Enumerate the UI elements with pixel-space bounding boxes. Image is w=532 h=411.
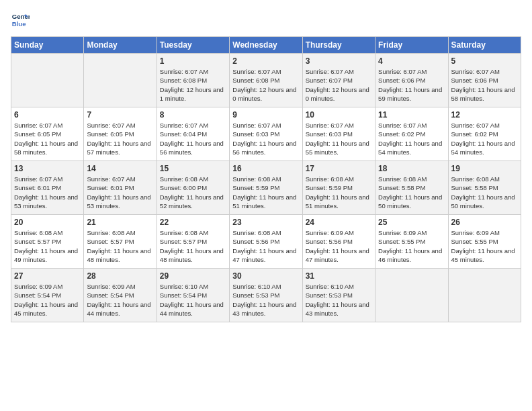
day-info: Sunrise: 6:07 AM Sunset: 6:05 PM Dayligh… [14, 121, 81, 156]
day-info: Sunrise: 6:08 AM Sunset: 5:58 PM Dayligh… [378, 175, 445, 210]
day-number: 18 [378, 164, 445, 173]
day-number: 17 [306, 164, 372, 173]
day-number: 7 [87, 110, 153, 120]
day-info: Sunrise: 6:10 AM Sunset: 5:53 PM Dayligh… [306, 282, 372, 318]
day-info: Sunrise: 6:07 AM Sunset: 6:03 PM Dayligh… [232, 121, 299, 156]
day-info: Sunrise: 6:08 AM Sunset: 5:58 PM Dayligh… [451, 175, 518, 210]
day-info: Sunrise: 6:07 AM Sunset: 6:08 PM Dayligh… [232, 67, 299, 103]
logo: General Blue [11, 11, 32, 30]
calendar-cell: 24Sunrise: 6:09 AM Sunset: 5:56 PM Dayli… [302, 215, 375, 269]
day-info: Sunrise: 6:07 AM Sunset: 6:03 PM Dayligh… [306, 121, 372, 156]
day-number: 14 [87, 164, 153, 173]
day-info: Sunrise: 6:09 AM Sunset: 5:55 PM Dayligh… [378, 228, 445, 264]
day-number: 20 [14, 218, 81, 227]
day-number: 1 [160, 56, 226, 66]
day-info: Sunrise: 6:09 AM Sunset: 5:54 PM Dayligh… [14, 282, 81, 318]
day-info: Sunrise: 6:07 AM Sunset: 6:06 PM Dayligh… [451, 67, 518, 103]
day-info: Sunrise: 6:07 AM Sunset: 6:02 PM Dayligh… [451, 121, 518, 156]
day-number: 13 [14, 164, 81, 173]
calendar-cell: 22Sunrise: 6:08 AM Sunset: 5:57 PM Dayli… [157, 215, 229, 269]
calendar-cell: 10Sunrise: 6:07 AM Sunset: 6:03 PM Dayli… [302, 107, 375, 161]
calendar-cell [448, 269, 521, 322]
day-info: Sunrise: 6:08 AM Sunset: 6:00 PM Dayligh… [160, 175, 226, 210]
calendar-cell: 5Sunrise: 6:07 AM Sunset: 6:06 PM Daylig… [448, 54, 521, 107]
calendar-cell: 30Sunrise: 6:10 AM Sunset: 5:53 PM Dayli… [230, 269, 302, 322]
logo-icon: General Blue [11, 11, 30, 30]
calendar-cell: 18Sunrise: 6:08 AM Sunset: 5:58 PM Dayli… [375, 161, 448, 215]
calendar-cell: 19Sunrise: 6:08 AM Sunset: 5:58 PM Dayli… [448, 161, 521, 215]
calendar-cell: 6Sunrise: 6:07 AM Sunset: 6:05 PM Daylig… [11, 107, 84, 161]
calendar-cell: 16Sunrise: 6:08 AM Sunset: 5:59 PM Dayli… [230, 161, 302, 215]
day-info: Sunrise: 6:08 AM Sunset: 5:59 PM Dayligh… [306, 175, 372, 210]
calendar-cell: 7Sunrise: 6:07 AM Sunset: 6:05 PM Daylig… [84, 107, 157, 161]
day-info: Sunrise: 6:08 AM Sunset: 5:57 PM Dayligh… [14, 228, 81, 264]
calendar-cell: 14Sunrise: 6:07 AM Sunset: 6:01 PM Dayli… [84, 161, 157, 215]
day-number: 28 [87, 271, 153, 281]
day-number: 21 [87, 218, 153, 227]
day-info: Sunrise: 6:08 AM Sunset: 5:59 PM Dayligh… [232, 175, 299, 210]
day-info: Sunrise: 6:07 AM Sunset: 6:04 PM Dayligh… [160, 121, 226, 156]
calendar-cell: 1Sunrise: 6:07 AM Sunset: 6:08 PM Daylig… [157, 54, 229, 107]
day-number: 10 [306, 110, 372, 120]
day-info: Sunrise: 6:07 AM Sunset: 6:05 PM Dayligh… [87, 121, 153, 156]
calendar-cell: 17Sunrise: 6:08 AM Sunset: 5:59 PM Dayli… [302, 161, 375, 215]
calendar-cell: 15Sunrise: 6:08 AM Sunset: 6:00 PM Dayli… [157, 161, 229, 215]
calendar-cell: 28Sunrise: 6:09 AM Sunset: 5:54 PM Dayli… [84, 269, 157, 322]
calendar-cell: 3Sunrise: 6:07 AM Sunset: 6:07 PM Daylig… [302, 54, 375, 107]
day-number: 3 [306, 56, 372, 66]
calendar-cell: 27Sunrise: 6:09 AM Sunset: 5:54 PM Dayli… [11, 269, 84, 322]
weekday-header: Saturday [448, 37, 521, 54]
day-number: 24 [306, 218, 372, 227]
day-number: 25 [378, 218, 445, 227]
day-number: 11 [378, 110, 445, 120]
day-info: Sunrise: 6:07 AM Sunset: 6:08 PM Dayligh… [160, 67, 226, 103]
day-number: 15 [160, 164, 226, 173]
day-info: Sunrise: 6:08 AM Sunset: 5:57 PM Dayligh… [87, 228, 153, 264]
day-number: 9 [232, 110, 299, 120]
calendar-cell: 20Sunrise: 6:08 AM Sunset: 5:57 PM Dayli… [11, 215, 84, 269]
calendar-week-row: 20Sunrise: 6:08 AM Sunset: 5:57 PM Dayli… [11, 215, 521, 269]
day-number: 23 [232, 218, 299, 227]
day-number: 31 [306, 271, 372, 281]
weekday-header: Tuesday [157, 37, 229, 54]
calendar-cell: 29Sunrise: 6:10 AM Sunset: 5:54 PM Dayli… [157, 269, 229, 322]
weekday-header: Sunday [11, 37, 84, 54]
calendar-cell: 12Sunrise: 6:07 AM Sunset: 6:02 PM Dayli… [448, 107, 521, 161]
calendar-cell: 25Sunrise: 6:09 AM Sunset: 5:55 PM Dayli… [375, 215, 448, 269]
page-header: General Blue [11, 11, 521, 30]
day-number: 16 [232, 164, 299, 173]
calendar-cell: 31Sunrise: 6:10 AM Sunset: 5:53 PM Dayli… [302, 269, 375, 322]
weekday-header: Thursday [302, 37, 375, 54]
calendar-cell: 9Sunrise: 6:07 AM Sunset: 6:03 PM Daylig… [230, 107, 302, 161]
day-number: 19 [451, 164, 518, 173]
weekday-header: Monday [84, 37, 157, 54]
day-info: Sunrise: 6:10 AM Sunset: 5:53 PM Dayligh… [232, 282, 299, 318]
calendar-header: SundayMondayTuesdayWednesdayThursdayFrid… [11, 37, 521, 54]
weekday-header: Wednesday [230, 37, 302, 54]
day-number: 27 [14, 271, 81, 281]
calendar-week-row: 1Sunrise: 6:07 AM Sunset: 6:08 PM Daylig… [11, 54, 521, 107]
day-number: 5 [451, 56, 518, 66]
calendar-week-row: 27Sunrise: 6:09 AM Sunset: 5:54 PM Dayli… [11, 269, 521, 322]
day-number: 8 [160, 110, 226, 120]
calendar-cell: 8Sunrise: 6:07 AM Sunset: 6:04 PM Daylig… [157, 107, 229, 161]
day-number: 2 [232, 56, 299, 66]
calendar-cell: 11Sunrise: 6:07 AM Sunset: 6:02 PM Dayli… [375, 107, 448, 161]
day-number: 26 [451, 218, 518, 227]
day-info: Sunrise: 6:07 AM Sunset: 6:01 PM Dayligh… [87, 175, 153, 210]
day-info: Sunrise: 6:07 AM Sunset: 6:02 PM Dayligh… [378, 121, 445, 156]
calendar-cell: 4Sunrise: 6:07 AM Sunset: 6:06 PM Daylig… [375, 54, 448, 107]
day-info: Sunrise: 6:09 AM Sunset: 5:56 PM Dayligh… [306, 228, 372, 264]
day-info: Sunrise: 6:07 AM Sunset: 6:06 PM Dayligh… [378, 67, 445, 103]
calendar-week-row: 13Sunrise: 6:07 AM Sunset: 6:01 PM Dayli… [11, 161, 521, 215]
day-info: Sunrise: 6:08 AM Sunset: 5:57 PM Dayligh… [160, 228, 226, 264]
weekday-header: Friday [375, 37, 448, 54]
day-number: 4 [378, 56, 445, 66]
day-info: Sunrise: 6:09 AM Sunset: 5:54 PM Dayligh… [87, 282, 153, 318]
calendar-cell: 23Sunrise: 6:08 AM Sunset: 5:56 PM Dayli… [230, 215, 302, 269]
day-info: Sunrise: 6:09 AM Sunset: 5:55 PM Dayligh… [451, 228, 518, 264]
calendar-cell: 21Sunrise: 6:08 AM Sunset: 5:57 PM Dayli… [84, 215, 157, 269]
svg-text:Blue: Blue [12, 20, 26, 28]
day-info: Sunrise: 6:10 AM Sunset: 5:54 PM Dayligh… [160, 282, 226, 318]
day-info: Sunrise: 6:08 AM Sunset: 5:56 PM Dayligh… [232, 228, 299, 264]
